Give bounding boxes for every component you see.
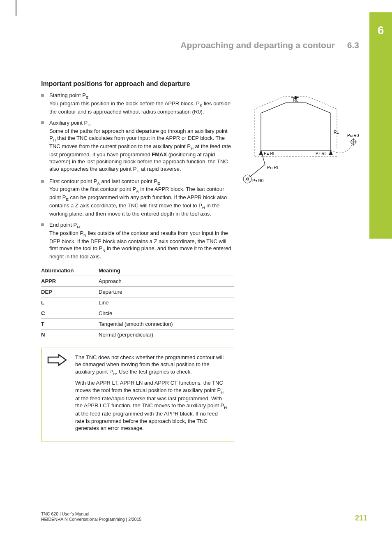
list-item-body: You program this position in the block b… [49, 100, 234, 115]
header-title: Approaching and departing a contour [180, 40, 335, 50]
fig-label-ph-rl: Pʜ RL [267, 165, 279, 170]
table-head-abbrev: Abbreviation [41, 265, 99, 276]
table-row: TTangential (smooth connection) [41, 318, 234, 329]
note-box: The TNC does not check whether the progr… [41, 348, 234, 441]
list-item-body: You program the first contour point PA i… [49, 186, 234, 217]
fig-label-rl-right: RL [334, 130, 339, 135]
fig-label-pn-r0: Pɴ R0 [347, 133, 359, 138]
note-paragraph: The TNC does not check whether the progr… [75, 354, 228, 376]
contour-figure: RL RL Pᴀ RL Pᴇ RL Pɴ R0 Pʜ RL Pꜱ R0 [242, 93, 362, 185]
list-item-body: The position PN lies outside of the cont… [49, 230, 234, 260]
page-number: 211 [355, 514, 367, 522]
list-item-title: End point PN [49, 221, 234, 230]
fig-label-pe-rl: Pᴇ RL [316, 151, 327, 156]
fig-label-rl-top: RL [293, 98, 299, 102]
list-item-body: Some of the paths for approach and depar… [49, 128, 234, 174]
chapter-number: 6 [369, 24, 392, 37]
footer-line-2: HEIDENHAIN Conversational Programming | … [41, 517, 367, 522]
table-head-meaning: Meaning [99, 265, 234, 276]
table-row: APPRApproach [41, 276, 234, 286]
list-item: Starting point PS You program this posit… [41, 92, 234, 115]
arrow-right-icon [47, 354, 68, 366]
list-item: End point PN The position PN lies outsid… [41, 221, 234, 260]
table-row: LLine [41, 297, 234, 308]
svg-marker-0 [259, 150, 263, 155]
list-item-title: Auxiliary point PH [49, 119, 234, 128]
list-item: Auxiliary point PH Some of the paths for… [41, 119, 234, 174]
section-heading: Important positions for approach and dep… [41, 80, 234, 88]
note-paragraph: With the APPR LT, APPR LN and APPR CT fu… [75, 379, 228, 432]
running-header: Approaching and departing a contour 6.3 [180, 40, 359, 50]
table-row: CCircle [41, 308, 234, 318]
position-list: Starting point PS You program this posit… [41, 92, 234, 260]
table-row: NNormal (perpendicular) [41, 329, 234, 340]
page-footer: TNC 620 | User's Manual HEIDENHAIN Conve… [41, 511, 367, 522]
main-content: Important positions for approach and dep… [41, 80, 234, 441]
list-item: First contour point PA and last contour … [41, 178, 234, 218]
list-item-title: First contour point PA and last contour … [49, 178, 234, 186]
chapter-tab: 6 [369, 12, 392, 239]
fig-label-ps-r0: Pꜱ R0 [252, 179, 264, 183]
footer-line-1: TNC 620 | User's Manual [41, 511, 367, 517]
crop-mark [16, 0, 16, 16]
abbreviation-table: Abbreviation Meaning APPRApproach DEPDep… [41, 265, 234, 340]
list-item-title: Starting point PS [49, 92, 234, 100]
table-row: DEPDeparture [41, 286, 234, 297]
header-section: 6.3 [347, 40, 359, 50]
fig-label-pa-rl: Pᴀ RL [264, 151, 276, 156]
